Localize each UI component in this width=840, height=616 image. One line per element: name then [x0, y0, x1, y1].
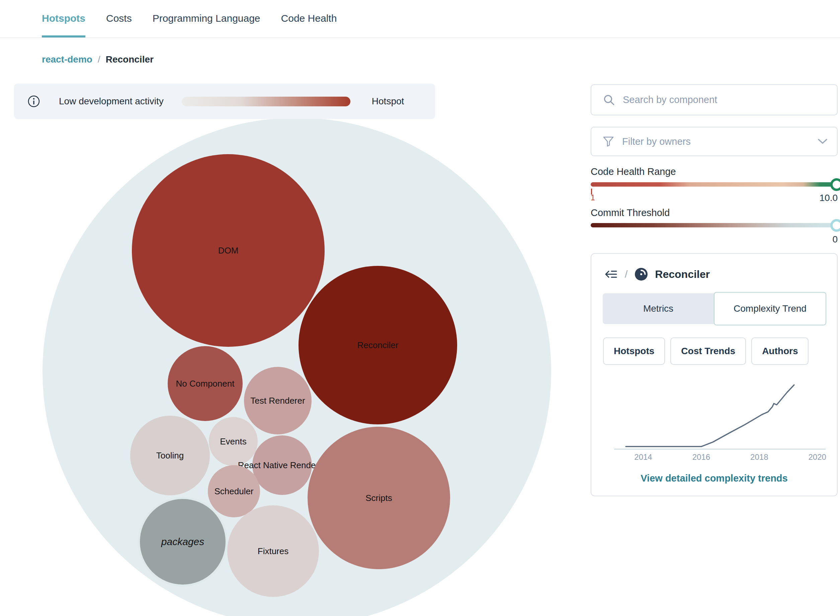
bubble-label: Events: [220, 436, 247, 447]
complexity-trend-chart-container: 2014201620182020: [591, 373, 839, 469]
detail-card-tabs: MetricsComplexity Trend: [603, 293, 826, 324]
commit-threshold-label: Commit Threshold: [591, 207, 670, 219]
breadcrumb: react-demo / Reconciler: [42, 54, 154, 65]
component-detail-card: / Reconciler MetricsComplexity Trend Hot…: [591, 253, 838, 496]
info-icon[interactable]: [28, 95, 40, 108]
breadcrumb-project-link[interactable]: react-demo: [42, 54, 93, 65]
svg-text:2016: 2016: [693, 452, 710, 462]
filter-label: Filter by owners: [622, 136, 691, 147]
breadcrumb-current: Reconciler: [106, 54, 154, 65]
bubble-label: packages: [161, 536, 204, 547]
bubble-fixtures[interactable]: Fixtures: [227, 505, 319, 597]
bubble-label: Scripts: [365, 493, 392, 503]
bubble-scheduler[interactable]: Scheduler: [208, 465, 260, 517]
bubble-test-renderer[interactable]: Test Renderer: [244, 367, 312, 434]
view-complexity-trends-link[interactable]: View detailed complexity trends: [591, 473, 837, 484]
bubble-react-native-renderer[interactable]: React Native Renderer: [252, 436, 312, 495]
bubble-label: React Native Renderer: [238, 460, 326, 471]
detail-tab-complexity-trend[interactable]: Complexity Trend: [714, 292, 826, 326]
detail-action-authors[interactable]: Authors: [751, 337, 809, 365]
collapse-back-icon[interactable]: [604, 269, 618, 280]
code-health-min-value: 1: [591, 193, 595, 202]
commit-threshold-slider[interactable]: [591, 223, 838, 227]
bubble-no-component[interactable]: No Component: [168, 346, 243, 421]
detail-action-cost-trends[interactable]: Cost Trends: [670, 337, 746, 365]
commit-threshold-value: 0: [790, 234, 838, 245]
search-input[interactable]: [623, 94, 830, 106]
tab-hotspots[interactable]: Hotspots: [42, 0, 85, 37]
legend-low-label: Low development activity: [59, 96, 164, 107]
app-root: DOMReconcilerNo ComponentToolingTest Ren…: [0, 0, 840, 616]
tab-code-health[interactable]: Code Health: [281, 0, 337, 37]
chevron-down-icon: [818, 138, 828, 144]
breadcrumb-separator: /: [98, 54, 100, 65]
search-icon: [603, 94, 615, 106]
detail-action-hotspots[interactable]: Hotspots: [603, 337, 665, 365]
bubble-packages[interactable]: packages: [140, 499, 225, 585]
bubble-label: Test Renderer: [250, 396, 305, 406]
top-nav-tabs: HotspotsCostsProgramming LanguageCode He…: [0, 0, 840, 37]
bubble-label: Scheduler: [214, 486, 253, 497]
bubble-label: Fixtures: [258, 546, 288, 556]
bubble-events[interactable]: Events: [209, 417, 258, 466]
legend-gradient-bar: [182, 97, 350, 106]
detail-tab-metrics[interactable]: Metrics: [603, 293, 714, 324]
legend-high-label: Hotspot: [372, 96, 404, 107]
detail-card-separator: /: [625, 268, 628, 280]
complexity-trend-chart: 2014201620182020: [591, 373, 839, 469]
bubble-reconciler[interactable]: Reconciler: [299, 266, 457, 424]
bubble-label: DOM: [218, 245, 238, 256]
bubble-dom[interactable]: DOM: [132, 154, 325, 347]
code-health-range-slider[interactable]: [591, 182, 838, 186]
svg-text:2018: 2018: [750, 452, 768, 462]
detail-card-header: / Reconciler: [604, 267, 710, 281]
filter-funnel-icon: [603, 136, 614, 147]
search-box: [591, 84, 838, 115]
owner-filter-dropdown[interactable]: Filter by owners: [591, 127, 838, 156]
code-health-range-label: Code Health Range: [591, 166, 676, 177]
detail-card-actions: HotspotsCost TrendsAuthors: [603, 337, 809, 365]
svg-text:2014: 2014: [634, 452, 652, 462]
code-health-max-value: 10.0: [790, 193, 838, 203]
svg-text:2020: 2020: [809, 452, 826, 462]
top-nav: HotspotsCostsProgramming LanguageCode He…: [0, 0, 840, 38]
tab-programming-language[interactable]: Programming Language: [153, 0, 260, 37]
bubble-label: Tooling: [156, 450, 184, 461]
bubble-label: Reconciler: [357, 340, 399, 351]
tab-costs[interactable]: Costs: [106, 0, 132, 37]
detail-card-title: Reconciler: [655, 268, 710, 280]
bubble-tooling[interactable]: Tooling: [130, 416, 210, 495]
bubble-label: No Component: [176, 378, 235, 389]
bubble-scripts[interactable]: Scripts: [307, 427, 450, 569]
hotspot-legend: Low development activity Hotspot: [14, 84, 435, 119]
component-clock-icon: [634, 267, 648, 281]
